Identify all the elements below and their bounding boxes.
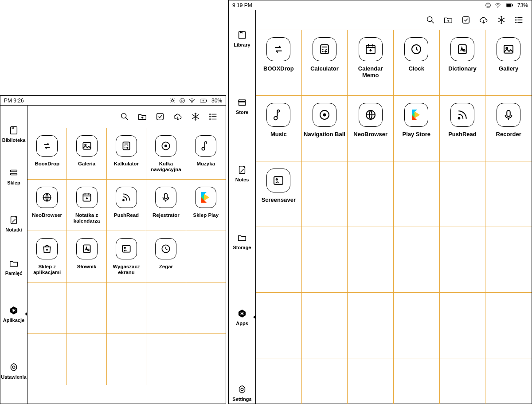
app-rss[interactable]: PushRead (440, 95, 486, 161)
empty-cell (348, 161, 394, 227)
svg-point-26 (123, 200, 124, 201)
sun-icon (169, 97, 176, 104)
app-calendar[interactable]: Calendar Memo (348, 30, 394, 95)
sidebar: BibliotekaSklepNotatkiPamięćAplikacjeUst… (0, 106, 27, 404)
toolbar-search-button[interactable] (119, 111, 130, 122)
empty-cell (256, 292, 302, 358)
storefront-icon (237, 97, 247, 108)
note-icon (8, 215, 19, 225)
nav-apps[interactable]: Apps (229, 306, 255, 328)
app-label: PushRead (112, 212, 141, 218)
app-mic[interactable]: Recorder (485, 95, 532, 161)
app-mic[interactable]: Rejestrator (146, 179, 186, 231)
empty-cell (485, 161, 532, 227)
nav-library[interactable]: Library (229, 28, 255, 49)
app-swap[interactable]: BOOXDrop (256, 30, 302, 95)
app-screensaver[interactable]: Screensaver (256, 161, 302, 227)
empty-cell (485, 292, 532, 358)
app-screensaver[interactable]: Wygaszacz ekranu (107, 231, 146, 282)
app-rss[interactable]: PushRead (107, 179, 146, 231)
nav-label: Apps (235, 321, 249, 326)
nav-settings[interactable]: Settings (229, 382, 255, 404)
app-label: BOOXDrop (262, 66, 296, 72)
app-swap[interactable]: BooxDrop (27, 128, 67, 179)
nav-label: Ustawienia (0, 374, 27, 380)
toolbar-freeze-button[interactable] (190, 111, 201, 122)
app-image[interactable]: Galeria (67, 128, 106, 179)
empty-cell (485, 227, 532, 292)
nav-store[interactable]: Store (229, 95, 255, 117)
toolbar-list-button[interactable] (208, 111, 219, 122)
toolbar-cloud-button[interactable] (172, 111, 183, 122)
toolbar-cloud-button[interactable] (478, 15, 489, 25)
toolbar-newfolder-button[interactable] (443, 15, 454, 25)
app-label: Calendar Memo (348, 66, 393, 79)
empty-cell (394, 358, 440, 404)
dot-icon (313, 103, 336, 127)
app-music[interactable]: Muzyka (186, 128, 226, 179)
folder-icon (237, 232, 247, 243)
app-label: Kulka nawigacyjna (146, 161, 185, 173)
calc-icon (116, 135, 137, 157)
app-calendar[interactable]: Notatka z kalendarza (67, 179, 106, 231)
svg-point-28 (47, 249, 47, 250)
svg-point-13 (12, 366, 15, 369)
toolbar-list-button[interactable] (514, 15, 524, 25)
sync-icon (485, 2, 492, 9)
nav-apps[interactable]: Aplikacje (0, 303, 27, 325)
nav-label: Library (233, 42, 251, 47)
calc-icon (313, 37, 336, 61)
app-dict[interactable]: Słownik (67, 231, 106, 282)
dot-icon (155, 135, 176, 157)
screensaver-icon (116, 238, 137, 259)
empty-cell (107, 333, 146, 385)
nav-library[interactable]: Biblioteka (0, 123, 27, 145)
app-label: Clock (407, 66, 426, 72)
app-music[interactable]: Music (256, 95, 302, 161)
toolbar-freeze-button[interactable] (496, 15, 507, 25)
toolbar-select-button[interactable] (155, 111, 165, 122)
app-globe[interactable]: NeoBrowser (348, 95, 394, 161)
app-label: Play Store (401, 131, 433, 138)
app-dot[interactable]: Kulka nawigacyjna (146, 128, 186, 179)
app-clock[interactable]: Zegar (146, 231, 186, 282)
svg-rect-52 (504, 45, 513, 53)
app-play[interactable]: Play Store (394, 95, 440, 161)
nav-settings[interactable]: Ustawienia (0, 360, 27, 381)
svg-rect-21 (123, 142, 129, 149)
app-calc[interactable]: Calculator (302, 30, 348, 95)
empty-cell (27, 282, 67, 333)
app-clock[interactable]: Clock (394, 30, 440, 95)
nav-label: Biblioteka (1, 137, 27, 143)
book-icon (237, 30, 247, 40)
app-label: Notatka z kalendarza (67, 212, 106, 224)
nav-storage[interactable]: Storage (229, 231, 255, 252)
nav-notes[interactable]: Notatki (0, 213, 27, 234)
app-globe[interactable]: NeoBrowser (27, 179, 67, 231)
app-dict[interactable]: Dictionary (440, 30, 486, 95)
svg-point-0 (171, 99, 173, 102)
app-bag[interactable]: Sklep z aplikacjami (27, 231, 67, 282)
toolbar-newfolder-button[interactable] (137, 111, 148, 122)
nav-notes[interactable]: Notes (229, 163, 255, 184)
wifi-icon (494, 2, 501, 9)
swap-icon (36, 135, 58, 157)
app-play[interactable]: Sklep Play (186, 179, 226, 231)
toolbar-search-button[interactable] (425, 15, 436, 25)
toolbar-select-button[interactable] (461, 15, 471, 25)
hex-icon (237, 308, 247, 319)
nav-label: Storage (232, 245, 252, 250)
rss-icon (116, 187, 137, 208)
nav-storage[interactable]: Pamięć (0, 256, 27, 278)
app-image[interactable]: Gallery (485, 30, 532, 95)
app-label: Zegar (157, 264, 175, 270)
nav-store[interactable]: Sklep (0, 166, 27, 187)
empty-cell (146, 282, 186, 333)
app-label: Sklep z aplikacjami (27, 264, 66, 275)
app-calc[interactable]: Kalkulator (107, 128, 146, 179)
app-dot[interactable]: Navigation Ball (302, 95, 348, 161)
app-label: Recorder (494, 131, 523, 138)
svg-point-31 (124, 247, 125, 249)
app-label: Galeria (76, 161, 97, 167)
toolbar (27, 106, 226, 128)
